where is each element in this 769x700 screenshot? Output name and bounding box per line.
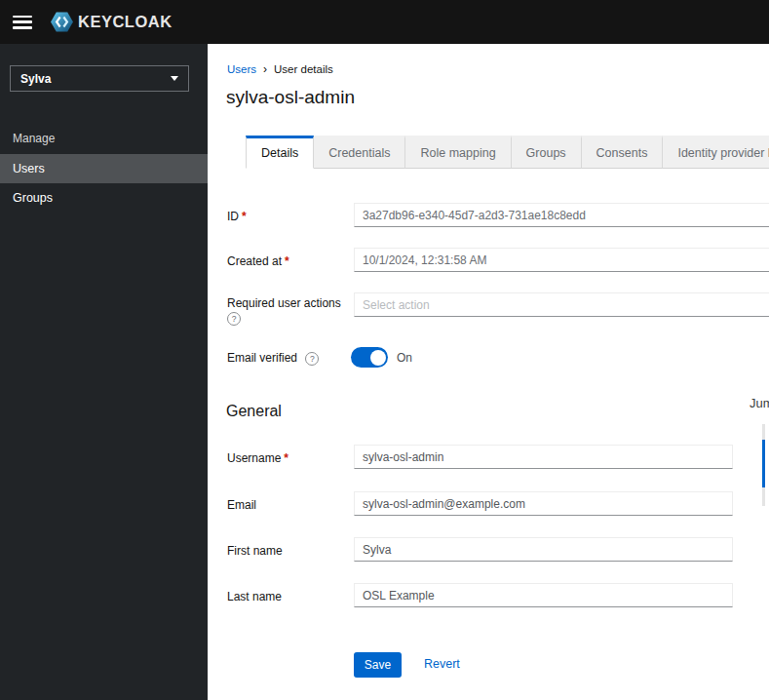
brand-text: KEYCLOAK	[78, 13, 173, 31]
tab-credentials[interactable]: Credentials	[314, 136, 405, 169]
username-label: Username*	[227, 451, 288, 465]
chevron-right-icon: ›	[263, 63, 267, 75]
email-verified-switch[interactable]	[351, 347, 388, 368]
required-user-actions-input[interactable]	[354, 292, 769, 317]
sidebar-item-users[interactable]: Users	[0, 154, 208, 183]
sidebar: Sylva Manage Users Groups	[0, 44, 208, 700]
revert-button[interactable]: Revert	[424, 657, 460, 671]
general-section-heading: General	[226, 403, 282, 420]
keycloak-logo-icon	[50, 10, 74, 34]
jump-nav-indicator	[762, 440, 765, 487]
required-user-actions-label: Required user actions	[227, 296, 341, 310]
realm-selector[interactable]: Sylva	[10, 65, 189, 92]
required-asterisk: *	[242, 210, 247, 223]
last-name-input[interactable]	[354, 583, 733, 607]
tab-identity-provider-links[interactable]: Identity provider links	[663, 136, 769, 169]
main-content: Users › User details sylva-osl-admin Det…	[208, 44, 769, 700]
username-input[interactable]	[354, 445, 733, 469]
tab-groups[interactable]: Groups	[512, 136, 582, 169]
realm-name: Sylva	[20, 72, 51, 86]
tab-details[interactable]: Details	[246, 136, 314, 169]
tab-bar: Details Credentials Role mapping Groups …	[246, 136, 769, 169]
first-name-input[interactable]	[354, 537, 733, 562]
nav-section-manage: Manage	[13, 132, 55, 145]
tab-role-mapping[interactable]: Role mapping	[405, 136, 511, 169]
created-at-input[interactable]	[354, 248, 769, 272]
switch-knob	[370, 350, 386, 366]
created-at-label: Created at*	[227, 254, 289, 268]
breadcrumb: Users › User details	[227, 63, 333, 75]
breadcrumb-current: User details	[274, 63, 333, 75]
caret-down-icon	[171, 76, 178, 81]
page-title: sylva-osl-admin	[226, 87, 355, 108]
email-verified-state: On	[397, 351, 412, 365]
keycloak-admin-console: KEYCLOAK Sylva Manage Users Groups Users…	[0, 0, 769, 700]
id-input[interactable]	[354, 203, 769, 227]
first-name-label: First name	[227, 544, 283, 558]
jump-to-section-link[interactable]: Jump to section	[750, 396, 769, 410]
id-label: ID*	[227, 210, 247, 223]
help-icon[interactable]: ?	[305, 352, 319, 366]
masthead: KEYCLOAK	[0, 0, 769, 44]
hamburger-menu-icon[interactable]	[13, 16, 32, 29]
breadcrumb-users-link[interactable]: Users	[227, 63, 256, 75]
email-verified-label: Email verified ?	[227, 351, 319, 366]
tab-consents[interactable]: Consents	[582, 136, 664, 169]
keycloak-logo[interactable]: KEYCLOAK	[50, 10, 173, 34]
last-name-label: Last name	[227, 590, 282, 603]
save-button[interactable]: Save	[354, 652, 402, 678]
required-asterisk: *	[285, 254, 289, 268]
email-input[interactable]	[354, 491, 733, 516]
sidebar-item-groups[interactable]: Groups	[0, 183, 208, 213]
email-label: Email	[227, 498, 256, 512]
help-icon[interactable]: ?	[227, 312, 241, 326]
required-asterisk: *	[284, 451, 288, 465]
